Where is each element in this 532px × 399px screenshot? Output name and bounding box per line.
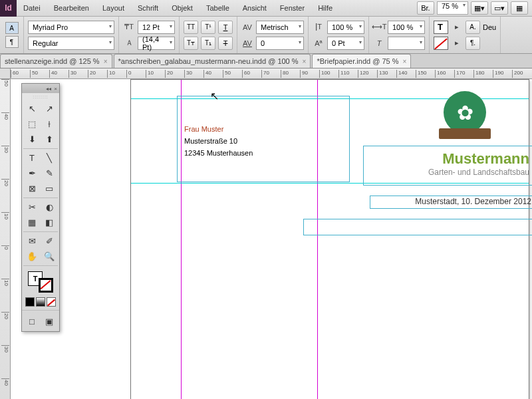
panel-header[interactable]: ◂◂×	[22, 84, 59, 93]
pencil-tool[interactable]: ✎	[41, 166, 58, 181]
menu-hilfe[interactable]: Hilfe	[311, 0, 339, 17]
font-size-select[interactable]: 12 Pt	[138, 21, 175, 34]
type-tool[interactable]: T	[23, 150, 41, 166]
baseline-icon: Aª	[313, 37, 325, 49]
menu-tabelle[interactable]: Tabelle	[200, 0, 236, 17]
subscript-button[interactable]: T₁	[201, 37, 215, 50]
menu-ansicht[interactable]: Ansicht	[236, 0, 273, 17]
menu-schrift[interactable]: Schrift	[131, 0, 165, 17]
tracking-select[interactable]: 0	[256, 37, 304, 50]
close-icon[interactable]: ×	[303, 58, 307, 65]
address-textframe[interactable]: Frau Muster Musterstraße 10 12345 Muster…	[177, 96, 350, 182]
close-icon[interactable]: ×	[54, 86, 57, 92]
menu-bearbeiten[interactable]: Bearbeiten	[47, 0, 96, 17]
stroke-swatch[interactable]	[434, 37, 448, 50]
note-tool[interactable]: ✉	[23, 233, 41, 249]
hscale-icon: ⟷T	[373, 21, 385, 33]
app-icon: Id	[0, 0, 17, 17]
view-mode-preview[interactable]: ▣	[41, 314, 57, 329]
menu-objekt[interactable]: Objekt	[165, 0, 200, 17]
line-tool[interactable]: ╲	[41, 150, 58, 166]
skew-icon: T	[373, 37, 385, 49]
company-name: Mustermann	[370, 150, 529, 168]
hscale-select[interactable]: 100 %	[388, 21, 425, 34]
menu-bar: Id Datei Bearbeiten Layout Schrift Objek…	[0, 0, 532, 17]
leading-select[interactable]: (14,4 Pt)	[138, 37, 175, 50]
date-textframe[interactable]: Musterstadt, 10. Dezember 2012	[370, 196, 532, 209]
view-mode-normal[interactable]: □	[24, 314, 40, 329]
doc-tab-1[interactable]: stellenanzeige.indd @ 125 %×	[0, 54, 112, 68]
kerning-select[interactable]: Metrisch	[256, 21, 304, 34]
smallcaps-button[interactable]: Tᴛ	[184, 37, 198, 50]
rectangle-frame-tool[interactable]: ⊠	[23, 181, 41, 196]
control-panel: A ¶ Myriad Pro Regular ₸T 12 Pt Ａ (14,4 …	[0, 17, 532, 54]
doc-tab-2[interactable]: *anschreiben_galabau_mustermann-neu.indd…	[114, 54, 311, 68]
font-size-icon: ₸T	[123, 21, 135, 33]
free-transform-tool[interactable]: ◐	[41, 200, 58, 215]
skew-select[interactable]	[388, 37, 425, 50]
font-family-select[interactable]: Myriad Pro	[28, 21, 114, 34]
strikethrough-button[interactable]: T	[218, 37, 233, 50]
logo[interactable]: ✿	[436, 91, 493, 142]
paragraph-mode-button[interactable]: ¶	[5, 36, 19, 48]
rectangle-tool[interactable]: ▭	[41, 181, 58, 196]
pen-tool[interactable]: ✒	[23, 166, 41, 181]
collapse-icon[interactable]: ◂◂	[46, 86, 51, 92]
para-style-button[interactable]: ¶.	[466, 37, 480, 50]
apply-color-button[interactable]	[25, 297, 35, 307]
fill-swatch[interactable]: T	[434, 21, 448, 34]
character-mode-button[interactable]: A	[5, 22, 19, 34]
vscale-icon: ǀT	[313, 21, 325, 33]
gap-tool[interactable]: ⫲	[41, 116, 58, 132]
zoom-level-select[interactable]: 75 %	[437, 1, 468, 15]
eyedropper-tool[interactable]: ✐	[41, 233, 58, 249]
gradient-swatch-tool[interactable]: ▦	[23, 215, 41, 230]
logo-ribbon	[439, 128, 491, 139]
content-collector-tool[interactable]: ⬇	[23, 132, 41, 147]
hand-tool[interactable]: ✋	[23, 249, 41, 264]
ruler-origin[interactable]	[0, 68, 11, 79]
doc-tab-3[interactable]: *Briefpapier.indd @ 75 %×	[312, 54, 411, 68]
menu-fenster[interactable]: Fenster	[273, 0, 311, 17]
menu-datei[interactable]: Datei	[17, 0, 47, 17]
panel-grip[interactable]: ::::::::	[22, 93, 59, 100]
chevron-right-icon: ▸	[451, 37, 463, 49]
zoom-tool[interactable]: 🔍	[41, 249, 58, 264]
document-tabs: stellenanzeige.indd @ 125 %× *anschreibe…	[0, 54, 532, 68]
tools-panel[interactable]: ◂◂× :::::::: ↖ ↗ ⬚ ⫲ ⬇ ⬆ T ╲ ✒ ✎ ⊠ ▭ ✂ ◐…	[21, 83, 60, 332]
bridge-button[interactable]: Br.	[417, 1, 434, 15]
direct-selection-tool[interactable]: ↗	[41, 101, 58, 116]
font-style-select[interactable]: Regular	[28, 37, 114, 50]
vertical-ruler[interactable]: 5040302010010203040	[0, 79, 11, 399]
close-icon[interactable]: ×	[104, 58, 108, 65]
fill-stroke-swatch[interactable]: T	[28, 271, 53, 293]
selection-tool[interactable]: ↖	[23, 101, 41, 116]
canvas[interactable]: Frau Muster Musterstraße 10 12345 Muster…	[11, 79, 532, 399]
arrange-button[interactable]: ▦	[511, 1, 528, 15]
horizontal-ruler[interactable]: 6050403020100102030405060708090100110120…	[11, 68, 532, 79]
screen-mode-button[interactable]: ▭▾	[491, 1, 508, 15]
workspace: 6050403020100102030405060708090100110120…	[0, 68, 532, 399]
superscript-button[interactable]: T¹	[201, 21, 215, 34]
kerning-icon: A͏V	[241, 21, 253, 33]
view-options-button[interactable]: ▦▾	[471, 1, 488, 15]
vscale-select[interactable]: 100 %	[327, 21, 364, 34]
baseline-select[interactable]: 0 Pt	[327, 37, 364, 50]
tracking-icon: AV	[241, 37, 253, 49]
allcaps-button[interactable]: TT	[184, 21, 198, 34]
body-textframe[interactable]	[303, 219, 532, 235]
close-icon[interactable]: ×	[403, 58, 407, 65]
page-tool[interactable]: ⬚	[23, 116, 41, 132]
tree-icon: ✿	[457, 101, 473, 124]
company-header-frame[interactable]: Mustermann Garten- und Landschaftsbau	[363, 146, 532, 186]
char-style-button[interactable]: A.	[466, 21, 480, 34]
leading-icon: Ａ	[123, 37, 135, 49]
gradient-feather-tool[interactable]: ◧	[41, 215, 58, 230]
underline-button[interactable]: T	[218, 21, 233, 34]
menu-layout[interactable]: Layout	[96, 0, 131, 17]
apply-none-button[interactable]	[47, 297, 56, 307]
content-placer-tool[interactable]: ⬆	[41, 132, 58, 147]
address-name: Frau Muster	[184, 123, 342, 135]
apply-gradient-button[interactable]	[36, 297, 45, 307]
scissors-tool[interactable]: ✂	[23, 200, 41, 215]
